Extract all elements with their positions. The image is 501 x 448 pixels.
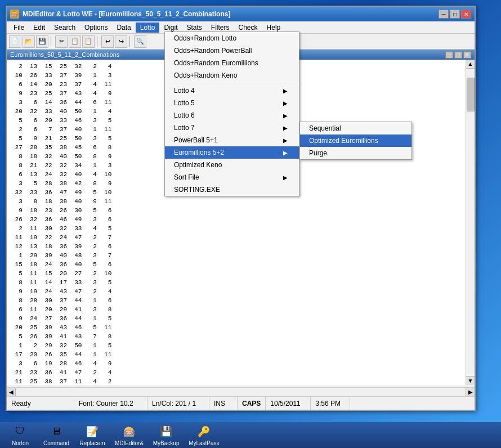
menu-lotto6[interactable]: Lotto 6 ▶: [165, 109, 299, 122]
euromillions-arrow: ▶: [283, 150, 288, 156]
menu-lotto[interactable]: Lotto: [136, 23, 160, 33]
lotto7-arrow: ▶: [283, 125, 288, 131]
menu-optimized-keno[interactable]: Optimized Keno: [165, 159, 299, 171]
status-ready-text: Ready: [11, 400, 31, 407]
status-ready: Ready: [7, 397, 74, 410]
status-ins-text: INS: [214, 400, 225, 407]
mdi-close[interactable]: ✕: [463, 51, 471, 59]
menu-odds-random-powerball[interactable]: Odds+Random PowerBall: [165, 44, 299, 57]
lotto5-arrow: ▶: [283, 100, 288, 106]
toolbar-open[interactable]: 📂: [23, 35, 35, 48]
euromillions-submenu: Sequential Optimized Euromillions Purge: [299, 122, 412, 160]
mybackup-label: MyBackup: [153, 440, 180, 446]
menu-search[interactable]: Search: [50, 23, 80, 33]
menu-sort-file[interactable]: Sort File ▶: [165, 171, 299, 183]
title-bar: 🎰 MDIEditor & Lotto WE - [Euromillions_5…: [7, 7, 475, 21]
command-label: Command: [43, 440, 69, 446]
scroll-thumb[interactable]: [467, 78, 475, 111]
lotto-menu: Odds+Random Lotto Odds+Random PowerBall …: [164, 32, 299, 196]
menu-lotto4[interactable]: Lotto 4 ▶: [165, 84, 299, 97]
minimize-button[interactable]: ─: [439, 10, 449, 19]
menu-lotto7[interactable]: Lotto 7 ▶: [165, 122, 299, 134]
toolbar-save[interactable]: 💾: [36, 35, 48, 48]
norton-icon: 🛡: [13, 424, 28, 439]
status-position-text: Ln/Col: 201 / 1: [152, 400, 196, 407]
menu-lotto5[interactable]: Lotto 5 ▶: [165, 97, 299, 109]
powerball-arrow: ▶: [283, 137, 288, 144]
taskbar-mybackup[interactable]: 💾 MyBackup: [149, 423, 183, 447]
menu-odds-random-lotto[interactable]: Odds+Random Lotto: [165, 32, 299, 44]
replacem-label: Replacem: [79, 440, 105, 446]
mdieditor-label: MDIEditor&: [115, 440, 144, 446]
mylastpass-label: MyLastPass: [189, 440, 219, 446]
sort-arrow: ▶: [283, 174, 288, 181]
toolbar-redo[interactable]: ↪: [115, 35, 127, 48]
horizontal-scrollbar[interactable]: ◀ ▶: [7, 387, 475, 396]
mybackup-icon: 💾: [159, 424, 173, 439]
app-title: MDIEditor & Lotto WE - [Euromillions_50_…: [23, 10, 230, 18]
app-icon: 🎰: [10, 10, 19, 19]
vertical-scrollbar[interactable]: ▲ ▼: [466, 60, 475, 385]
menu-help[interactable]: Help: [262, 23, 285, 33]
app-window: 🎰 MDIEditor & Lotto WE - [Euromillions_5…: [6, 6, 476, 411]
toolbar-new[interactable]: 📄: [9, 35, 21, 48]
mdi-maximize[interactable]: □: [454, 51, 462, 59]
status-bar: Ready Font: Courier 10.2 Ln/Col: 201 / 1…: [7, 396, 475, 410]
status-time: 3:56 PM: [311, 397, 350, 410]
scroll-h-track: [16, 388, 466, 396]
toolbar-cut[interactable]: ✂: [55, 35, 68, 48]
status-ins: INS: [209, 397, 238, 410]
menu-data[interactable]: Data: [112, 23, 135, 33]
status-time-text: 3:56 PM: [315, 400, 341, 407]
submenu-purge[interactable]: Purge: [300, 147, 411, 159]
title-bar-left: 🎰 MDIEditor & Lotto WE - [Euromillions_5…: [10, 10, 230, 19]
menu-odds-random-keno[interactable]: Odds+Random Keno: [165, 69, 299, 82]
taskbar-norton[interactable]: 🛡 Norton: [3, 423, 37, 447]
taskbar-mylastpass[interactable]: 🔑 MyLastPass: [185, 423, 222, 447]
replacem-icon: 📝: [85, 424, 100, 439]
mylastpass-icon: 🔑: [196, 424, 211, 439]
menu-sorting-exe[interactable]: SORTING.EXE: [165, 183, 299, 196]
menu-odds-random-euromillions[interactable]: Odds+Random Euromillions: [165, 57, 299, 69]
menu-options[interactable]: Options: [80, 23, 112, 33]
scroll-left-btn[interactable]: ◀: [7, 388, 16, 396]
menu-stats[interactable]: Stats: [182, 23, 207, 33]
menu-powerball51[interactable]: PowerBall 5+1 ▶: [165, 134, 299, 146]
taskbar-mdieditor[interactable]: 🎰 MDIEditor&: [111, 423, 147, 447]
menu-euromillions52[interactable]: Euromillions 5+2 ▶: [165, 146, 299, 159]
status-caps-text: CAPS: [242, 400, 261, 407]
maximize-button[interactable]: □: [450, 10, 460, 19]
toolbar-sep2: [97, 36, 99, 47]
toolbar-sep1: [51, 36, 53, 47]
menu-file[interactable]: File: [9, 23, 29, 33]
taskbar-command[interactable]: 🖥 Command: [39, 423, 73, 447]
close-button[interactable]: ✕: [461, 10, 471, 19]
toolbar-search[interactable]: 🔍: [134, 35, 146, 48]
status-font: Font: Courier 10.2: [74, 397, 147, 410]
norton-label: Norton: [12, 440, 29, 446]
toolbar-undo[interactable]: ↩: [101, 35, 114, 48]
mdi-minimize[interactable]: ─: [445, 51, 453, 59]
status-position: Ln/Col: 201 / 1: [147, 397, 209, 410]
toolbar-paste[interactable]: 📋: [82, 35, 95, 48]
menu-digit[interactable]: Digit: [159, 23, 182, 33]
toolbar-sep3: [129, 36, 132, 47]
scroll-right-btn[interactable]: ▶: [466, 388, 475, 396]
status-caps: CAPS: [238, 397, 266, 410]
mdi-child-label: Euromillions_50_5_11_2_Combinations: [10, 51, 119, 58]
status-font-text: Font: Courier 10.2: [79, 400, 133, 407]
mdieditor-icon: 🎰: [122, 424, 137, 439]
status-date: 10/5/2011: [266, 397, 311, 410]
lotto4-arrow: ▶: [283, 88, 288, 94]
toolbar-copy[interactable]: 📋: [69, 35, 81, 48]
menu-filters[interactable]: Filters: [207, 23, 234, 33]
submenu-sequential[interactable]: Sequential: [300, 122, 411, 135]
submenu-optimized-euromillions[interactable]: Optimized Euromillions: [300, 135, 411, 147]
scroll-up-btn[interactable]: ▲: [466, 60, 475, 69]
menu-edit[interactable]: Edit: [29, 23, 50, 33]
status-date-text: 10/5/2011: [270, 400, 300, 407]
menu-check[interactable]: Check: [234, 23, 262, 33]
lotto6-arrow: ▶: [283, 113, 288, 119]
scroll-down-btn[interactable]: ▼: [466, 376, 475, 385]
taskbar-replacem[interactable]: 📝 Replacem: [75, 423, 109, 447]
